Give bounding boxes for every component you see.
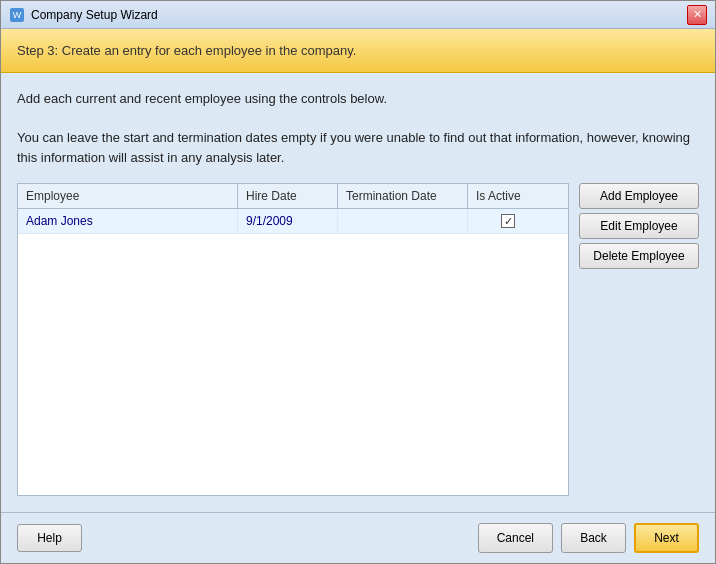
cell-is-active: ✓ — [468, 209, 548, 233]
content-area: Add each current and recent employee usi… — [1, 73, 715, 512]
footer-right: Cancel Back Next — [478, 523, 699, 553]
next-button[interactable]: Next — [634, 523, 699, 553]
edit-employee-button[interactable]: Edit Employee — [579, 213, 699, 239]
back-button[interactable]: Back — [561, 523, 626, 553]
title-bar: W Company Setup Wizard ✕ — [1, 1, 715, 29]
col-termination-date: Termination Date — [338, 184, 468, 208]
description: Add each current and recent employee usi… — [17, 89, 699, 167]
cell-employee-name: Adam Jones — [18, 209, 238, 233]
table-row[interactable]: Adam Jones 9/1/2009 ✓ — [18, 209, 568, 234]
footer: Help Cancel Back Next — [1, 512, 715, 563]
step-banner-text: Step 3: Create an entry for each employe… — [17, 43, 356, 58]
cell-termination-date — [338, 209, 468, 233]
add-employee-button[interactable]: Add Employee — [579, 183, 699, 209]
description-line2: You can leave the start and termination … — [17, 128, 699, 167]
col-employee: Employee — [18, 184, 238, 208]
col-hire-date: Hire Date — [238, 184, 338, 208]
description-line1: Add each current and recent employee usi… — [17, 89, 699, 109]
footer-left: Help — [17, 524, 470, 552]
main-area: Employee Hire Date Termination Date Is A… — [17, 183, 699, 496]
svg-text:W: W — [13, 10, 22, 20]
table-header: Employee Hire Date Termination Date Is A… — [18, 184, 568, 209]
main-window: W Company Setup Wizard ✕ Step 3: Create … — [0, 0, 716, 564]
col-is-active: Is Active — [468, 184, 548, 208]
is-active-checkbox[interactable]: ✓ — [501, 214, 515, 228]
help-button[interactable]: Help — [17, 524, 82, 552]
employee-table: Employee Hire Date Termination Date Is A… — [17, 183, 569, 496]
close-button[interactable]: ✕ — [687, 5, 707, 25]
cancel-button[interactable]: Cancel — [478, 523, 553, 553]
window-title: Company Setup Wizard — [31, 8, 687, 22]
cell-hire-date: 9/1/2009 — [238, 209, 338, 233]
step-banner: Step 3: Create an entry for each employe… — [1, 29, 715, 73]
app-icon: W — [9, 7, 25, 23]
side-buttons: Add Employee Edit Employee Delete Employ… — [579, 183, 699, 496]
table-body: Adam Jones 9/1/2009 ✓ — [18, 209, 568, 495]
delete-employee-button[interactable]: Delete Employee — [579, 243, 699, 269]
